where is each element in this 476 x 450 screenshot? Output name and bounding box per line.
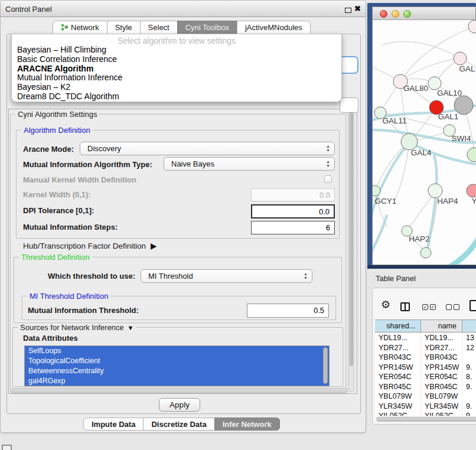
tab-cyni-toolbox[interactable]: Cyni Toolbox <box>177 21 237 34</box>
top-tab-bar: Network Style Select Cyni Toolbox jActiv… <box>53 21 311 34</box>
algorithm-option[interactable]: Basic Correlation Inference <box>12 55 341 64</box>
float-panel-icon[interactable] <box>345 8 351 13</box>
which-threshold-value: MI Threshold <box>148 272 193 281</box>
network-canvas[interactable]: GALGAL80GAL10GAL1GAL11SWI4GAL4GCY1HAP4YH… <box>373 20 476 265</box>
hub-definition-expander[interactable]: Hub/Transcription Factor Definition▶ <box>23 241 157 250</box>
network-window-titlebar <box>373 7 475 20</box>
bottom-tab-bar: Impute Data Discretize Data Infer Networ… <box>83 418 280 431</box>
network-node-label: SWI4 <box>451 134 471 143</box>
close-traffic-light[interactable] <box>380 10 387 18</box>
table-row[interactable]: YIL052CYIL052C9. <box>375 411 476 416</box>
table-row[interactable]: YBR043CYBR043C <box>375 353 476 363</box>
tab-infer-network[interactable]: Infer Network <box>214 418 280 431</box>
checked-box-icon: ✓ <box>430 304 436 310</box>
tab-style[interactable]: Style <box>107 21 141 34</box>
network-node[interactable] <box>401 133 418 150</box>
manual-kernel-checkbox[interactable] <box>324 175 332 183</box>
attributes-scrollbar[interactable] <box>323 347 328 384</box>
sources-title[interactable]: Sources for Network Inference▼ <box>18 323 136 332</box>
table-body: YDL19...YDL19...13YDR27...YDR27...12YBR0… <box>375 333 476 416</box>
tab-discretize-data[interactable]: Discretize Data <box>143 418 214 431</box>
dpi-tolerance-field[interactable]: 0.0 <box>251 204 335 219</box>
stepper-arrows-icon: ▲▼ <box>326 144 330 152</box>
network-node[interactable] <box>428 77 441 90</box>
table-cell: YIL052C <box>375 411 421 416</box>
control-panel-window: Control Panel ✖ Network Style Select Cyn… <box>0 0 366 433</box>
attribute-item[interactable]: SelfLoops <box>25 346 329 356</box>
algorithm-option[interactable]: Bayesian – K2 <box>12 83 341 92</box>
export-table-icon[interactable] <box>470 300 476 311</box>
column-layout-icon[interactable] <box>400 302 410 311</box>
unchecked-box-icon <box>454 304 459 310</box>
network-node[interactable] <box>454 52 467 65</box>
stepper-arrows-icon: ▲▼ <box>304 272 308 280</box>
table-cell: YBR045C <box>375 382 421 392</box>
attribute-item[interactable]: BetweennessCentrality <box>25 366 329 376</box>
checked-box-icon: ✓ <box>422 304 428 310</box>
table-cell: YDL19... <box>421 333 462 343</box>
table-row[interactable]: YER054CYER054C8. <box>375 372 476 382</box>
dpi-tolerance-label: DPI Tolerance [0,1]: <box>23 206 94 215</box>
tab-jactivemnodules[interactable]: jActiveMNodules <box>237 21 311 34</box>
algorithm-option[interactable]: ARACNE Algorithm <box>12 64 341 74</box>
table-cell: YDR27... <box>375 343 421 353</box>
table-row[interactable]: YPR145WYPR145W9. <box>375 363 476 373</box>
tab-network[interactable]: Network <box>53 21 107 34</box>
mi-steps-label: Mutual Information Steps: <box>23 223 118 231</box>
aracne-mode-combobox[interactable]: Discovery ▲▼ <box>80 142 335 155</box>
tab-select[interactable]: Select <box>140 21 178 34</box>
table-row[interactable]: YLR345WYLR345W9. <box>375 402 476 412</box>
algorithm-option[interactable]: Mutual Information Inference <box>12 73 341 83</box>
table-row[interactable]: YDR27...YDR27...12 <box>375 343 476 353</box>
algorithm-option[interactable]: Bayesian – Hill Climbing <box>12 45 341 55</box>
table-row[interactable]: YDL19...YDL19...13 <box>375 333 476 343</box>
gear-icon[interactable]: ⚙ <box>381 298 390 311</box>
table-cell: 13 <box>462 333 476 343</box>
table-cell: 9. <box>462 382 476 392</box>
mi-type-combobox[interactable]: Naive Bayes ▲▼ <box>164 157 335 171</box>
table-cell: YLR345W <box>421 402 462 412</box>
algorithm-option[interactable]: Dream8 DC_TDC Algorithm <box>12 92 341 102</box>
network-node-label: GAL <box>459 64 475 73</box>
apply-button[interactable]: Apply <box>159 398 200 412</box>
table-row[interactable]: YBL079WYBL079W <box>375 392 476 402</box>
column-header-name[interactable]: name <box>421 320 462 332</box>
table-row[interactable]: YBR045CYBR045C9. <box>375 382 476 392</box>
network-node-label: HAP4 <box>437 197 458 206</box>
which-threshold-combobox[interactable]: MI Threshold ▲▼ <box>141 269 312 283</box>
minimized-panel-icon[interactable] <box>2 445 12 450</box>
table-cell <box>462 353 476 363</box>
attribute-item[interactable]: TopologicalCoefficient <box>25 356 329 366</box>
table-cell: YIL052C <box>421 411 462 416</box>
network-node-label: Y <box>471 197 476 206</box>
network-node[interactable] <box>467 148 476 162</box>
data-attributes-list[interactable]: SelfLoopsTopologicalCoefficientBetweenne… <box>24 345 330 386</box>
column-header-shared-name[interactable]: shared... <box>375 320 421 332</box>
settings-vertical-scrollbar[interactable] <box>348 110 354 392</box>
network-tree-icon <box>61 24 68 32</box>
settings-horizontal-scrollbar[interactable] <box>10 388 348 393</box>
column-header-extra[interactable] <box>462 320 476 332</box>
table-cell: 9. <box>462 363 476 373</box>
tab-impute-data[interactable]: Impute Data <box>83 418 144 431</box>
zoom-traffic-light[interactable] <box>403 10 411 18</box>
mi-type-value: Naive Bayes <box>171 159 214 168</box>
network-node[interactable] <box>467 184 476 197</box>
mi-threshold-field[interactable]: 0.5 <box>247 304 329 318</box>
table-horizontal-scrollbar[interactable] <box>376 417 476 422</box>
select-all-columns-icon[interactable]: ✓ ✓ <box>422 304 436 310</box>
deselect-all-columns-icon[interactable] <box>446 304 459 310</box>
mi-steps-field[interactable]: 6 <box>251 221 335 234</box>
network-node[interactable] <box>420 247 431 258</box>
network-node[interactable] <box>468 20 476 33</box>
network-node[interactable] <box>373 185 380 196</box>
attribute-item[interactable]: gal4RGexp <box>25 376 329 386</box>
close-icon[interactable]: ✖ <box>354 4 361 13</box>
network-window: GALGAL80GAL10GAL1GAL11SWI4GAL4GCY1HAP4YH… <box>372 6 476 265</box>
minimize-traffic-light[interactable] <box>392 10 399 18</box>
group-title: Algorithm Definition <box>21 126 93 135</box>
table-cell: YDL19... <box>375 333 421 343</box>
network-node[interactable] <box>428 184 442 198</box>
table-cell: YLR345W <box>375 402 421 412</box>
scrollbar-thumb[interactable] <box>349 112 353 366</box>
